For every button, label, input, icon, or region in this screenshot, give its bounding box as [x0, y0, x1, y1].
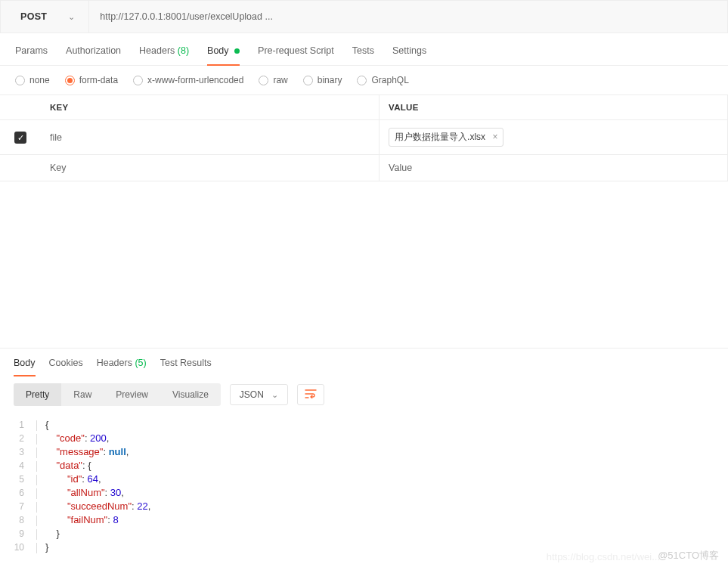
tab-tests[interactable]: Tests — [352, 45, 374, 65]
line-number: 2 — [0, 432, 36, 445]
response-headers-count: (5) — [135, 358, 146, 368]
radio-icon — [15, 76, 25, 85]
radio-icon — [357, 76, 367, 85]
line-number: 5 — [0, 472, 36, 486]
radio-urlencoded[interactable]: x-www-form-urlencoded — [133, 75, 243, 85]
row-checkbox[interactable]: ✓ — [14, 132, 26, 144]
tab-headers[interactable]: Headers (8) — [139, 45, 189, 65]
radio-icon — [259, 76, 268, 85]
url-input[interactable]: http://127.0.0.1:8001/user/excelUpload .… — [89, 1, 727, 33]
chevron-down-icon: ⌄ — [271, 390, 278, 400]
method-label: POST — [20, 11, 47, 22]
line-number: 6 — [0, 486, 36, 500]
radio-none[interactable]: none — [15, 75, 50, 85]
tab-settings[interactable]: Settings — [392, 45, 426, 65]
file-name: 用户数据批量导入.xlsx — [395, 132, 485, 142]
line-number: 3 — [0, 445, 36, 459]
request-bar: POST ⌄ http://127.0.0.1:8001/user/excelU… — [0, 0, 728, 33]
chevron-down-icon: ⌄ — [68, 12, 75, 22]
format-label: JSON — [240, 389, 264, 400]
response-tabs: Body Cookies Headers (5) Test Results — [0, 348, 728, 376]
tab-response-headers[interactable]: Headers (5) — [97, 358, 147, 376]
view-pretty-button[interactable]: Pretty — [14, 383, 61, 406]
method-select[interactable]: POST ⌄ — [1, 1, 89, 33]
key-header: KEY — [41, 95, 379, 120]
tab-headers-label: Headers — [139, 45, 175, 56]
value-cell[interactable]: 用户数据批量导入.xlsx × — [379, 120, 728, 155]
radio-icon — [65, 76, 75, 85]
request-tabs: Params Authorization Headers (8) Body Pr… — [0, 33, 728, 66]
view-mode-group: Pretty Raw Preview Visualize — [14, 383, 221, 406]
view-raw-button[interactable]: Raw — [61, 383, 104, 406]
tab-authorization[interactable]: Authorization — [66, 45, 121, 65]
line-number: 4 — [0, 459, 36, 472]
spacer — [0, 181, 728, 348]
headers-count: (8) — [178, 45, 189, 56]
watermark: @51CTO博客 — [658, 549, 719, 562]
tab-response-body[interactable]: Body — [14, 358, 36, 376]
url-text: http://127.0.0.1:8001/user/excelUpload .… — [100, 11, 273, 22]
response-editor[interactable]: 1{ 2 "code": 200, 3 "message": null, 4 "… — [0, 414, 728, 559]
key-cell[interactable]: file — [41, 120, 379, 155]
line-number: 7 — [0, 500, 36, 513]
value-placeholder[interactable]: Value — [379, 155, 728, 181]
line-number: 10 — [0, 541, 36, 554]
table-header-row: KEY VALUE — [0, 95, 728, 120]
tab-response-cookies[interactable]: Cookies — [49, 358, 83, 376]
tab-test-results[interactable]: Test Results — [160, 358, 212, 376]
table-row-placeholder: Key Value — [0, 155, 728, 181]
wrap-icon — [305, 389, 317, 398]
modified-dot-icon — [234, 48, 240, 54]
tab-response-headers-label: Headers — [97, 358, 132, 368]
tab-prerequest[interactable]: Pre-request Script — [258, 45, 334, 65]
form-data-table: KEY VALUE ✓ file 用户数据批量导入.xlsx × Key Val… — [0, 94, 728, 181]
radio-form-data[interactable]: form-data — [65, 75, 118, 85]
line-number: 8 — [0, 513, 36, 527]
radio-icon — [303, 76, 313, 85]
line-number: 9 — [0, 527, 36, 541]
view-bar: Pretty Raw Preview Visualize JSON ⌄ — [0, 376, 728, 414]
line-number: 1 — [0, 418, 36, 432]
remove-file-icon[interactable]: × — [492, 132, 497, 142]
value-header: VALUE — [379, 95, 728, 120]
radio-icon — [133, 76, 143, 85]
view-visualize-button[interactable]: Visualize — [160, 383, 221, 406]
watermark: https://blog.csdn.net/wei... — [547, 551, 660, 562]
tab-body[interactable]: Body — [207, 45, 240, 65]
tab-body-label: Body — [207, 45, 229, 56]
format-select[interactable]: JSON ⌄ — [230, 384, 288, 405]
radio-binary[interactable]: binary — [303, 75, 342, 85]
radio-raw[interactable]: raw — [259, 75, 287, 85]
key-placeholder[interactable]: Key — [41, 155, 379, 181]
wrap-lines-button[interactable] — [297, 384, 324, 405]
file-chip[interactable]: 用户数据批量导入.xlsx × — [389, 128, 503, 147]
view-preview-button[interactable]: Preview — [104, 383, 160, 406]
tab-params[interactable]: Params — [15, 45, 48, 65]
table-row: ✓ file 用户数据批量导入.xlsx × — [0, 120, 728, 155]
body-type-radios: none form-data x-www-form-urlencoded raw… — [0, 66, 728, 94]
radio-graphql[interactable]: GraphQL — [357, 75, 408, 85]
